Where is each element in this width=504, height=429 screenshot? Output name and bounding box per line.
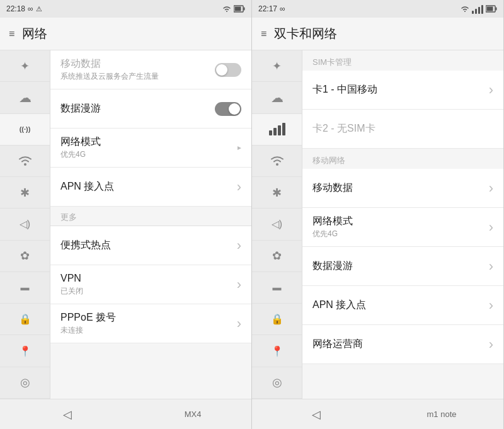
infinity-icon: ∞ xyxy=(28,4,33,13)
sidebar-item-cloud[interactable]: ☁ xyxy=(0,82,50,113)
sidebar-item-volume-r[interactable]: ◁) xyxy=(252,209,302,240)
apn-title-r: APN 接入点 xyxy=(312,299,489,312)
mobile-data-title: 移动数据 xyxy=(60,57,215,71)
sidebar-item-shirt-r[interactable]: ✦ xyxy=(252,50,302,82)
more-header: 更多 xyxy=(50,207,251,226)
lock-icon: 🔒 xyxy=(19,313,32,325)
mobile-data-item[interactable]: 移动数据 系统推送及云服务会产生流量 xyxy=(50,50,251,89)
sidebar-item-location[interactable]: 📍 xyxy=(0,335,50,367)
pppoe-subtitle: 未连接 xyxy=(60,325,237,336)
sidebar-item-location-r[interactable]: 📍 xyxy=(252,335,302,367)
globe-icon: ◎ xyxy=(20,375,30,389)
volume-icon: ◁) xyxy=(20,218,30,230)
sidebar-item-wifi-r[interactable] xyxy=(252,146,302,177)
shirt-icon: ✦ xyxy=(20,59,30,73)
sidebar-item-lock-r[interactable]: 🔒 xyxy=(252,304,302,335)
hotspot-item[interactable]: 便携式热点 xyxy=(50,226,251,265)
vpn-title: VPN xyxy=(60,272,237,285)
sidebar-item-battery-settings[interactable]: ▬ xyxy=(0,272,50,304)
network-mode-item[interactable]: 网络模式 优先4G xyxy=(50,129,251,168)
sidebar-item-bt[interactable]: ✱ xyxy=(0,177,50,209)
data-roaming-title: 数据漫游 xyxy=(60,102,215,115)
device-name-right: m1 note xyxy=(427,409,457,419)
network-mode-title-r: 网络模式 xyxy=(312,215,489,228)
network-mode-title: 网络模式 xyxy=(60,135,238,149)
card1-chevron xyxy=(489,82,493,98)
content-area-right: ✦ ☁ ✱ xyxy=(252,50,503,399)
svg-rect-2 xyxy=(244,8,245,11)
sidebar-item-bt-r[interactable]: ✱ xyxy=(252,177,302,209)
data-roaming-toggle[interactable] xyxy=(215,102,241,116)
sidebar-item-lock[interactable]: 🔒 xyxy=(0,304,50,335)
wifi-icon-r xyxy=(270,155,284,166)
bottom-nav-left: ◁ MX4 xyxy=(0,399,251,429)
settings-list-left: 移动数据 系统推送及云服务会产生流量 数据漫游 网络模式 xyxy=(50,50,251,399)
sidebar-item-cloud-r[interactable]: ☁ xyxy=(252,82,302,113)
pppoe-chevron xyxy=(237,316,241,332)
svg-rect-7 xyxy=(269,130,272,135)
infinity-icon-right: ∞ xyxy=(280,4,285,13)
sidebar-item-brightness[interactable]: ✿ xyxy=(0,241,50,272)
battery-status-icon-right xyxy=(486,5,497,13)
pppoe-title: PPPoE 拨号 xyxy=(60,311,237,324)
data-roaming-chevron-r xyxy=(489,258,493,275)
back-button-right[interactable]: ◁ xyxy=(299,403,333,426)
mobile-data-toggle[interactable] xyxy=(215,63,241,77)
card2-title: 卡2 - 无SIM卡 xyxy=(312,122,493,135)
data-roaming-item[interactable]: 数据漫游 xyxy=(50,89,251,129)
sidebar-item-globe[interactable]: ◎ xyxy=(0,367,50,399)
vpn-item[interactable]: VPN 已关闭 xyxy=(50,265,251,304)
volume-icon-r: ◁) xyxy=(272,218,282,230)
content-area-left: ✦ ☁ ((·)) ✱ ◁) ✿ xyxy=(0,50,251,399)
sidebar-item-shirt[interactable]: ✦ xyxy=(0,50,50,82)
sidebar-item-signal-r[interactable] xyxy=(252,114,302,146)
sidebar-item-brightness-r[interactable]: ✿ xyxy=(252,241,302,272)
settings-list-right: SIM卡管理 卡1 - 中国移动 卡2 - 无SIM卡 移动网络 xyxy=(302,50,503,399)
sidebar-item-signal[interactable]: ((·)) xyxy=(0,114,50,146)
back-button-left[interactable]: ◁ xyxy=(50,403,84,426)
sidebar-left: ✦ ☁ ((·)) ✱ ◁) ✿ xyxy=(0,50,50,399)
lock-icon-r: 🔒 xyxy=(271,313,284,325)
sidebar-item-volume[interactable]: ◁) xyxy=(0,209,50,240)
wifi-status-icon-right xyxy=(461,5,469,13)
battery-icon-sidebar: ▬ xyxy=(21,282,30,292)
sidebar-item-globe-r[interactable]: ◎ xyxy=(252,367,302,399)
apn-chevron-r xyxy=(489,297,493,314)
mobile-network-header: 移动网络 xyxy=(302,149,503,169)
pppoe-item[interactable]: PPPoE 拨号 未连接 xyxy=(50,304,251,343)
card1-item[interactable]: 卡1 - 中国移动 xyxy=(302,71,503,110)
carrier-item[interactable]: 网络运营商 xyxy=(302,325,503,364)
time-left: 22:18 xyxy=(6,4,25,13)
carrier-title: 网络运营商 xyxy=(312,338,489,351)
sidebar-item-wifi[interactable] xyxy=(0,146,50,177)
warning-icon: ⚠ xyxy=(36,5,42,13)
signal-bars-right xyxy=(472,4,483,14)
mobile-data-chevron-r xyxy=(489,180,493,197)
sidebar-right: ✦ ☁ ✱ xyxy=(252,50,302,399)
apn-item[interactable]: APN 接入点 xyxy=(50,168,251,207)
signal-icon-r xyxy=(268,122,286,136)
network-mode-item-r[interactable]: 网络模式 优先4G xyxy=(302,208,503,247)
title-bar-right: ≡ 双卡和网络 xyxy=(252,18,503,50)
svg-rect-8 xyxy=(273,128,277,135)
apn-chevron xyxy=(237,179,241,195)
time-right: 22:17 xyxy=(258,4,277,13)
cloud-icon: ☁ xyxy=(19,90,32,105)
svg-point-11 xyxy=(276,163,278,166)
location-icon-r: 📍 xyxy=(271,345,284,357)
mobile-data-item-r[interactable]: 移动数据 xyxy=(302,169,503,208)
vpn-chevron xyxy=(237,277,241,293)
menu-icon-right[interactable]: ≡ xyxy=(261,28,266,40)
data-roaming-title-r: 数据漫游 xyxy=(312,260,489,273)
data-roaming-item-r[interactable]: 数据漫游 xyxy=(302,247,503,286)
sidebar-item-battery-settings-r[interactable]: ▬ xyxy=(252,272,302,304)
status-bar-right: 22:17 ∞ xyxy=(252,0,503,18)
svg-rect-6 xyxy=(496,8,497,11)
svg-rect-9 xyxy=(278,125,281,135)
network-mode-chevron xyxy=(238,142,241,154)
apn-item-r[interactable]: APN 接入点 xyxy=(302,286,503,325)
card2-item: 卡2 - 无SIM卡 xyxy=(302,110,503,149)
svg-point-3 xyxy=(24,163,26,166)
menu-icon-left[interactable]: ≡ xyxy=(9,28,14,40)
bluetooth-icon: ✱ xyxy=(20,186,30,200)
